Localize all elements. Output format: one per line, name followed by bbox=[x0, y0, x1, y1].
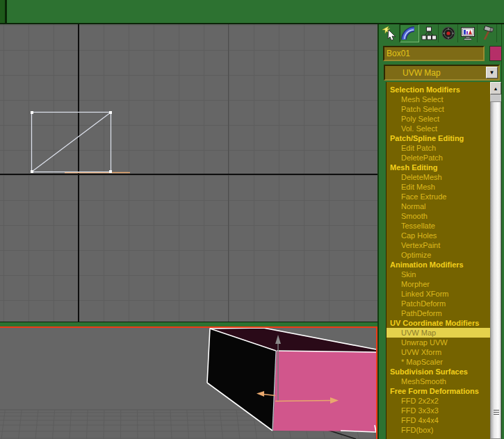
viewport-perspective-active[interactable] bbox=[0, 326, 377, 439]
modifier-item[interactable]: Cap Holes bbox=[387, 231, 490, 240]
wireframe-box-overlay bbox=[0, 24, 377, 322]
box-face-right[interactable] bbox=[273, 351, 376, 431]
modifier-item[interactable]: Morpher bbox=[387, 279, 490, 289]
modifier-item[interactable]: Skin bbox=[387, 270, 490, 279]
modify-icon bbox=[401, 26, 418, 41]
modifier-item[interactable]: MeshSmooth bbox=[387, 376, 490, 386]
modifier-item[interactable]: FFD 2x2x2 bbox=[387, 396, 490, 406]
tab-motion[interactable] bbox=[439, 24, 458, 42]
modifier-item[interactable]: PathDeform bbox=[387, 308, 490, 318]
modifier-list-scrollbar[interactable]: ▲ bbox=[490, 82, 501, 439]
modifier-item[interactable]: FFD 3x3x3 bbox=[387, 406, 490, 415]
modifier-item[interactable]: UVW Map bbox=[387, 328, 490, 338]
tab-utilities[interactable] bbox=[478, 24, 497, 42]
modifier-category-header[interactable]: Animation Modifiers bbox=[387, 260, 490, 270]
gizmo-x-axis[interactable] bbox=[275, 401, 332, 401]
object-name-input[interactable] bbox=[383, 46, 485, 61]
modifier-item[interactable]: Face Extrude bbox=[387, 192, 490, 201]
command-panel: UVW Map ▼ Selection ModifiersMesh Select… bbox=[379, 24, 504, 439]
modifier-item[interactable]: Unwrap UVW bbox=[387, 338, 490, 347]
tab-hierarchy[interactable] bbox=[419, 24, 439, 42]
vertex-tick bbox=[109, 170, 112, 173]
modifier-list: Selection ModifiersMesh SelectPatch Sele… bbox=[386, 82, 490, 439]
toolbar-left-strip bbox=[0, 0, 5, 23]
modifier-category-header[interactable]: UV Coordinate Modifiers bbox=[387, 318, 490, 328]
chevron-down-icon: ▼ bbox=[489, 69, 495, 76]
modifier-item[interactable]: Poly Select bbox=[387, 114, 490, 124]
create-icon bbox=[382, 26, 398, 41]
modifier-item[interactable]: Edit Mesh bbox=[387, 182, 490, 192]
modifier-item[interactable]: Patch Select bbox=[387, 104, 490, 114]
scrollbar-thumb[interactable] bbox=[490, 101, 501, 439]
command-panel-tabs bbox=[380, 24, 500, 43]
modifier-item[interactable]: UVW Xform bbox=[387, 347, 490, 357]
scrollbar-grip-icon bbox=[494, 409, 499, 415]
toolbar-left-divider bbox=[5, 0, 7, 23]
chevron-up-icon: ▲ bbox=[494, 86, 498, 91]
modifier-dropdown[interactable]: UVW Map ▼ bbox=[384, 65, 500, 81]
modifier-item[interactable]: Optimize bbox=[387, 250, 490, 260]
viewport-orthographic[interactable] bbox=[0, 24, 377, 322]
modifier-category-header[interactable]: Free Form Deformations bbox=[387, 386, 490, 396]
vertex-tick bbox=[31, 170, 33, 173]
display-icon bbox=[460, 26, 476, 41]
object-color-swatch[interactable] bbox=[489, 46, 502, 61]
modifier-item[interactable]: DeleteMesh bbox=[387, 172, 490, 182]
modifier-category-header[interactable]: Mesh Editing bbox=[387, 163, 490, 172]
modifier-item[interactable]: Vol. Select bbox=[387, 124, 490, 133]
modifier-item[interactable]: VertexPaint bbox=[387, 240, 490, 250]
utilities-icon bbox=[479, 26, 496, 41]
modifier-item[interactable]: FFD(box) bbox=[387, 425, 490, 435]
tab-create[interactable] bbox=[380, 24, 400, 42]
app-window: UVW Map ▼ Selection ModifiersMesh Select… bbox=[0, 0, 504, 439]
object-name-row bbox=[383, 46, 504, 61]
scrollbar-up-button[interactable]: ▲ bbox=[490, 82, 501, 94]
modifier-category-header[interactable]: Selection Modifiers bbox=[387, 85, 490, 94]
vertex-tick bbox=[31, 111, 33, 114]
vertex-tick bbox=[109, 111, 112, 114]
modifier-item[interactable]: FFD 4x4x4 bbox=[387, 415, 490, 425]
modifier-item[interactable]: Smooth bbox=[387, 211, 490, 221]
hierarchy-icon bbox=[421, 26, 437, 41]
dropdown-arrow-button[interactable]: ▼ bbox=[486, 67, 498, 78]
tab-display[interactable] bbox=[458, 24, 478, 42]
top-toolbar-band bbox=[0, 0, 504, 24]
modifier-item[interactable]: Mesh Select bbox=[387, 94, 490, 104]
modifier-category-header[interactable]: Subdivision Surfaces bbox=[387, 367, 490, 376]
box-wireframe-diagonal bbox=[32, 113, 111, 172]
modifier-item[interactable]: Linked XForm bbox=[387, 289, 490, 299]
panel-right-margin bbox=[501, 24, 504, 439]
modifier-item[interactable]: PatchDeform bbox=[387, 299, 490, 308]
motion-icon bbox=[440, 26, 457, 41]
modifier-item[interactable]: Edit Patch bbox=[387, 143, 490, 153]
modifier-item[interactable]: * MapScaler bbox=[387, 357, 490, 367]
tab-modify[interactable] bbox=[400, 24, 419, 42]
modifier-item[interactable]: DeletePatch bbox=[387, 153, 490, 163]
modifier-category-header[interactable]: Patch/Spline Editing bbox=[387, 133, 490, 143]
modifier-item[interactable]: Tessellate bbox=[387, 221, 490, 231]
modifier-item[interactable]: Normal bbox=[387, 201, 490, 211]
modifier-dropdown-value: UVW Map bbox=[403, 68, 441, 78]
perspective-scene bbox=[0, 328, 376, 439]
